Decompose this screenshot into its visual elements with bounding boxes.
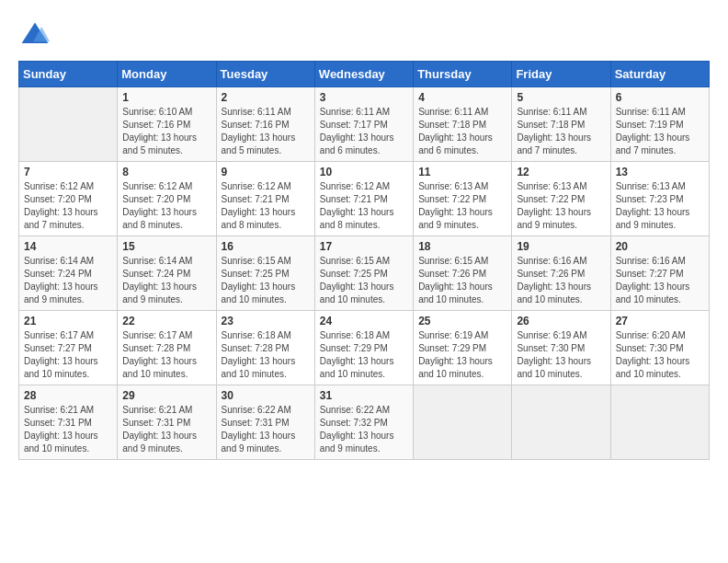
- day-cell: 3Sunrise: 6:11 AMSunset: 7:17 PMDaylight…: [314, 87, 413, 162]
- day-info: Sunrise: 6:11 AMSunset: 7:17 PMDaylight:…: [320, 106, 408, 157]
- day-cell: 23Sunrise: 6:18 AMSunset: 7:28 PMDayligh…: [216, 311, 314, 385]
- week-row-3: 21Sunrise: 6:17 AMSunset: 7:27 PMDayligh…: [19, 311, 710, 385]
- week-row-2: 14Sunrise: 6:14 AMSunset: 7:24 PMDayligh…: [19, 236, 710, 311]
- day-info: Sunrise: 6:18 AMSunset: 7:28 PMDaylight:…: [222, 329, 310, 381]
- day-info: Sunrise: 6:17 AMSunset: 7:27 PMDaylight:…: [24, 329, 112, 381]
- day-cell: [610, 385, 709, 460]
- week-row-0: 1Sunrise: 6:10 AMSunset: 7:16 PMDaylight…: [19, 87, 710, 162]
- header-cell-tuesday: Tuesday: [216, 62, 314, 87]
- day-info: Sunrise: 6:11 AMSunset: 7:16 PMDaylight:…: [222, 106, 310, 157]
- header-cell-wednesday: Wednesday: [314, 62, 413, 87]
- day-info: Sunrise: 6:11 AMSunset: 7:18 PMDaylight:…: [517, 106, 605, 157]
- day-info: Sunrise: 6:22 AMSunset: 7:32 PMDaylight:…: [320, 404, 408, 455]
- day-number: 8: [122, 166, 210, 178]
- day-cell: 7Sunrise: 6:12 AMSunset: 7:20 PMDaylight…: [19, 162, 118, 236]
- logo-icon: [18, 18, 51, 52]
- day-info: Sunrise: 6:15 AMSunset: 7:26 PMDaylight:…: [418, 255, 506, 306]
- header-cell-sunday: Sunday: [19, 62, 118, 87]
- header-cell-saturday: Saturday: [610, 62, 709, 87]
- day-cell: 1Sunrise: 6:10 AMSunset: 7:16 PMDaylight…: [118, 87, 216, 162]
- day-number: 24: [320, 315, 408, 327]
- day-info: Sunrise: 6:11 AMSunset: 7:18 PMDaylight:…: [418, 106, 506, 157]
- day-cell: 27Sunrise: 6:20 AMSunset: 7:30 PMDayligh…: [610, 311, 709, 385]
- logo: [18, 18, 55, 52]
- day-number: 18: [418, 240, 506, 253]
- page-header: [18, 18, 710, 52]
- day-number: 14: [24, 240, 112, 253]
- calendar-header: SundayMondayTuesdayWednesdayThursdayFrid…: [19, 62, 710, 87]
- day-cell: 13Sunrise: 6:13 AMSunset: 7:23 PMDayligh…: [610, 162, 709, 236]
- day-info: Sunrise: 6:13 AMSunset: 7:22 PMDaylight:…: [418, 180, 506, 232]
- day-cell: 16Sunrise: 6:15 AMSunset: 7:25 PMDayligh…: [216, 236, 314, 311]
- day-number: 19: [517, 240, 605, 253]
- day-info: Sunrise: 6:12 AMSunset: 7:21 PMDaylight:…: [222, 180, 310, 232]
- day-number: 15: [122, 240, 210, 253]
- day-number: 5: [517, 91, 605, 104]
- day-number: 10: [320, 166, 408, 178]
- day-info: Sunrise: 6:10 AMSunset: 7:16 PMDaylight:…: [122, 106, 210, 157]
- day-info: Sunrise: 6:21 AMSunset: 7:31 PMDaylight:…: [24, 404, 112, 455]
- day-cell: 11Sunrise: 6:13 AMSunset: 7:22 PMDayligh…: [414, 162, 512, 236]
- day-info: Sunrise: 6:11 AMSunset: 7:19 PMDaylight:…: [616, 106, 704, 157]
- day-info: Sunrise: 6:14 AMSunset: 7:24 PMDaylight:…: [24, 255, 112, 306]
- day-cell: 9Sunrise: 6:12 AMSunset: 7:21 PMDaylight…: [216, 162, 314, 236]
- day-number: 2: [222, 91, 310, 104]
- day-cell: [512, 385, 610, 460]
- header-cell-friday: Friday: [512, 62, 610, 87]
- day-cell: 2Sunrise: 6:11 AMSunset: 7:16 PMDaylight…: [216, 87, 314, 162]
- day-number: 27: [616, 315, 704, 327]
- header-cell-thursday: Thursday: [414, 62, 512, 87]
- day-number: 1: [122, 91, 210, 104]
- day-number: 11: [418, 166, 506, 178]
- day-cell: 8Sunrise: 6:12 AMSunset: 7:20 PMDaylight…: [118, 162, 216, 236]
- day-number: 13: [616, 166, 704, 178]
- day-info: Sunrise: 6:12 AMSunset: 7:20 PMDaylight:…: [24, 180, 112, 232]
- header-cell-monday: Monday: [118, 62, 216, 87]
- day-cell: 10Sunrise: 6:12 AMSunset: 7:21 PMDayligh…: [314, 162, 413, 236]
- day-cell: 21Sunrise: 6:17 AMSunset: 7:27 PMDayligh…: [19, 311, 118, 385]
- day-cell: 26Sunrise: 6:19 AMSunset: 7:30 PMDayligh…: [512, 311, 610, 385]
- day-cell: 22Sunrise: 6:17 AMSunset: 7:28 PMDayligh…: [118, 311, 216, 385]
- day-cell: 6Sunrise: 6:11 AMSunset: 7:19 PMDaylight…: [610, 87, 709, 162]
- day-info: Sunrise: 6:14 AMSunset: 7:24 PMDaylight:…: [122, 255, 210, 306]
- day-info: Sunrise: 6:13 AMSunset: 7:23 PMDaylight:…: [616, 180, 704, 232]
- day-number: 12: [517, 166, 605, 178]
- week-row-1: 7Sunrise: 6:12 AMSunset: 7:20 PMDaylight…: [19, 162, 710, 236]
- day-info: Sunrise: 6:15 AMSunset: 7:25 PMDaylight:…: [320, 255, 408, 306]
- day-info: Sunrise: 6:15 AMSunset: 7:25 PMDaylight:…: [222, 255, 310, 306]
- day-cell: 25Sunrise: 6:19 AMSunset: 7:29 PMDayligh…: [414, 311, 512, 385]
- day-info: Sunrise: 6:19 AMSunset: 7:29 PMDaylight:…: [418, 329, 506, 381]
- day-info: Sunrise: 6:12 AMSunset: 7:20 PMDaylight:…: [122, 180, 210, 232]
- day-number: 7: [24, 166, 112, 178]
- day-cell: 20Sunrise: 6:16 AMSunset: 7:27 PMDayligh…: [610, 236, 709, 311]
- day-number: 6: [616, 91, 704, 104]
- week-row-4: 28Sunrise: 6:21 AMSunset: 7:31 PMDayligh…: [19, 385, 710, 460]
- header-row: SundayMondayTuesdayWednesdayThursdayFrid…: [19, 62, 710, 87]
- day-cell: 12Sunrise: 6:13 AMSunset: 7:22 PMDayligh…: [512, 162, 610, 236]
- day-cell: [19, 87, 118, 162]
- day-info: Sunrise: 6:22 AMSunset: 7:31 PMDaylight:…: [222, 404, 310, 455]
- day-info: Sunrise: 6:13 AMSunset: 7:22 PMDaylight:…: [517, 180, 605, 232]
- day-number: 17: [320, 240, 408, 253]
- day-number: 31: [320, 389, 408, 402]
- day-cell: 5Sunrise: 6:11 AMSunset: 7:18 PMDaylight…: [512, 87, 610, 162]
- calendar-body: 1Sunrise: 6:10 AMSunset: 7:16 PMDaylight…: [19, 87, 710, 460]
- day-info: Sunrise: 6:16 AMSunset: 7:26 PMDaylight:…: [517, 255, 605, 306]
- day-number: 23: [222, 315, 310, 327]
- day-cell: 30Sunrise: 6:22 AMSunset: 7:31 PMDayligh…: [216, 385, 314, 460]
- day-number: 16: [222, 240, 310, 253]
- day-info: Sunrise: 6:12 AMSunset: 7:21 PMDaylight:…: [320, 180, 408, 232]
- day-cell: 29Sunrise: 6:21 AMSunset: 7:31 PMDayligh…: [118, 385, 216, 460]
- day-cell: 4Sunrise: 6:11 AMSunset: 7:18 PMDaylight…: [414, 87, 512, 162]
- calendar-table: SundayMondayTuesdayWednesdayThursdayFrid…: [18, 61, 710, 460]
- day-cell: 15Sunrise: 6:14 AMSunset: 7:24 PMDayligh…: [118, 236, 216, 311]
- day-cell: 24Sunrise: 6:18 AMSunset: 7:29 PMDayligh…: [314, 311, 413, 385]
- day-number: 30: [222, 389, 310, 402]
- day-cell: 17Sunrise: 6:15 AMSunset: 7:25 PMDayligh…: [314, 236, 413, 311]
- day-number: 4: [418, 91, 506, 104]
- day-number: 9: [222, 166, 310, 178]
- day-info: Sunrise: 6:18 AMSunset: 7:29 PMDaylight:…: [320, 329, 408, 381]
- day-cell: 19Sunrise: 6:16 AMSunset: 7:26 PMDayligh…: [512, 236, 610, 311]
- day-number: 21: [24, 315, 112, 327]
- day-number: 28: [24, 389, 112, 402]
